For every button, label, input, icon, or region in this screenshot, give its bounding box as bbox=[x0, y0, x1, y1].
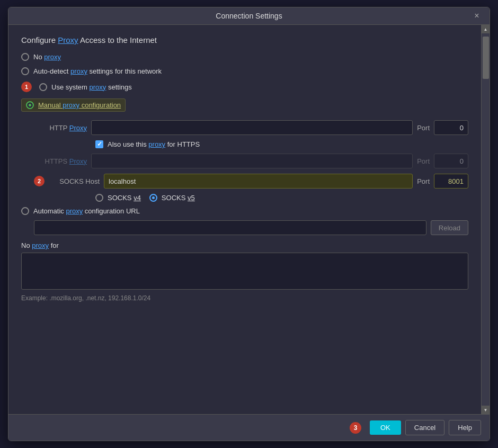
scrollbar-down-button[interactable]: ▼ bbox=[482, 406, 490, 414]
https-port-label: Port bbox=[417, 157, 430, 165]
http-port-label: Port bbox=[417, 124, 430, 132]
scrollbar[interactable]: ▲ ▼ bbox=[481, 25, 490, 414]
socks-version-row: SOCKS v4 SOCKS v5 bbox=[95, 194, 468, 202]
scrollbar-up-button[interactable]: ▲ bbox=[482, 25, 490, 33]
radio-no-proxy[interactable]: No proxy bbox=[21, 53, 468, 61]
radio-use-system-input[interactable] bbox=[39, 83, 47, 91]
radio-no-proxy-label: No proxy bbox=[33, 53, 61, 61]
content-area: Configure Proxy Access to the Internet N… bbox=[8, 25, 490, 414]
help-button[interactable]: Help bbox=[449, 420, 481, 435]
connection-settings-dialog: Connection Settings × Configure Proxy Ac… bbox=[8, 7, 490, 441]
http-proxy-input[interactable] bbox=[91, 120, 413, 135]
socks-host-label: SOCKS Host bbox=[52, 177, 100, 185]
also-use-https-label: Also use this proxy for HTTPS bbox=[108, 140, 200, 148]
manual-proxy-form: HTTP Proxy Port Also use this proxy for … bbox=[34, 120, 468, 202]
proxy-radio-group: No proxy Auto-detect proxy settings for … bbox=[21, 53, 468, 112]
badge-2: 2 bbox=[34, 176, 45, 186]
section-title: Configure Proxy Access to the Internet bbox=[21, 35, 468, 44]
socks-host-row: 2 SOCKS Host Port bbox=[34, 174, 468, 189]
cancel-button[interactable]: Cancel bbox=[405, 420, 444, 435]
example-text: Example: .mozilla.org, .net.nz, 192.168.… bbox=[21, 294, 468, 302]
close-button[interactable]: × bbox=[470, 10, 483, 22]
no-proxy-textarea[interactable] bbox=[21, 253, 468, 290]
socks-host-input[interactable] bbox=[104, 174, 413, 189]
auto-detect-proxy-highlight: proxy bbox=[70, 67, 87, 75]
radio-socks5-input[interactable] bbox=[149, 194, 157, 202]
no-proxy-for-section: No proxy for Example: .mozilla.org, .net… bbox=[21, 241, 468, 302]
radio-manual-proxy[interactable]: Manual proxy configuration bbox=[21, 98, 468, 112]
title-bar: Connection Settings × bbox=[8, 7, 490, 25]
https-proxy-input[interactable] bbox=[91, 154, 413, 168]
reload-button[interactable]: Reload bbox=[431, 220, 468, 235]
https-proxy-label: HTTPS Proxy bbox=[34, 157, 87, 165]
scrollbar-track bbox=[482, 33, 490, 406]
badge-3: 3 bbox=[350, 422, 361, 434]
ok-button[interactable]: OK bbox=[370, 420, 401, 435]
heading-pre: Configure bbox=[21, 35, 58, 44]
radio-socks5[interactable]: SOCKS v5 bbox=[149, 194, 195, 202]
bottom-bar: 3 OK Cancel Help bbox=[8, 414, 490, 441]
radio-auto-url-input[interactable] bbox=[21, 207, 29, 215]
radio-use-system[interactable]: 1 Use system proxy settings bbox=[21, 82, 468, 92]
also-use-https-checkbox[interactable] bbox=[95, 140, 103, 148]
scrollbar-thumb[interactable] bbox=[483, 37, 489, 79]
https-proxy-row: HTTPS Proxy Port bbox=[34, 154, 468, 168]
radio-socks4[interactable]: SOCKS v4 bbox=[95, 194, 141, 202]
use-system-proxy-highlight: proxy bbox=[90, 83, 106, 91]
no-proxy-highlight: proxy bbox=[44, 53, 61, 61]
badge-1: 1 bbox=[21, 82, 32, 92]
radio-auto-url-label: Automatic proxy configuration URL bbox=[33, 207, 140, 215]
manual-proxy-highlight: proxy bbox=[63, 101, 79, 109]
dialog-title: Connection Settings bbox=[216, 12, 282, 20]
radio-auto-detect[interactable]: Auto-detect proxy settings for this netw… bbox=[21, 67, 468, 75]
heading-proxy-highlight: Proxy bbox=[58, 35, 78, 44]
main-panel: Configure Proxy Access to the Internet N… bbox=[8, 25, 481, 414]
radio-socks4-input[interactable] bbox=[95, 194, 103, 202]
http-port-input[interactable] bbox=[434, 120, 468, 135]
auto-url-input[interactable] bbox=[34, 220, 426, 235]
no-proxy-for-label: No proxy for bbox=[21, 241, 468, 249]
auto-url-section: Automatic proxy configuration URL Reload bbox=[21, 207, 468, 235]
radio-auto-detect-input[interactable] bbox=[21, 67, 29, 75]
radio-no-proxy-input[interactable] bbox=[21, 53, 29, 61]
socks-port-input[interactable] bbox=[434, 174, 468, 189]
radio-use-system-label: Use system proxy settings bbox=[51, 83, 132, 91]
radio-socks5-label: SOCKS v5 bbox=[162, 194, 195, 202]
auto-url-input-row: Reload bbox=[34, 220, 468, 235]
manual-proxy-option: Manual proxy configuration bbox=[21, 98, 126, 112]
radio-manual-label: Manual proxy configuration bbox=[38, 101, 121, 109]
https-port-input[interactable] bbox=[434, 154, 468, 168]
heading-post: Access to the Internet bbox=[78, 35, 157, 44]
radio-manual-input[interactable] bbox=[26, 101, 34, 109]
http-proxy-row: HTTP Proxy Port bbox=[34, 120, 468, 135]
auto-url-row: Automatic proxy configuration URL bbox=[21, 207, 468, 215]
socks-port-label: Port bbox=[417, 177, 430, 185]
https-checkbox-row: Also use this proxy for HTTPS bbox=[95, 140, 468, 148]
radio-auto-detect-label: Auto-detect proxy settings for this netw… bbox=[33, 67, 162, 75]
http-proxy-label: HTTP Proxy bbox=[34, 124, 87, 132]
radio-socks4-label: SOCKS v4 bbox=[108, 194, 141, 202]
